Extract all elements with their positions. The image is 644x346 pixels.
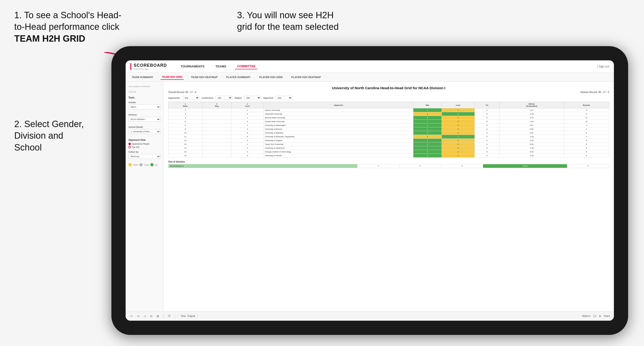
clock-btn[interactable]: ⏱ xyxy=(167,314,172,318)
sub-nav-team-h2h-heatmap[interactable]: TEAM H2H HEATMAP xyxy=(190,75,219,80)
colour-legend: Down Level Up xyxy=(128,163,160,166)
cell-rounds: 8 xyxy=(564,131,609,135)
share-btn[interactable]: Share xyxy=(604,315,610,317)
cell-loss: 0 xyxy=(442,139,474,143)
sub-nav-player-h2h-grid[interactable]: PLAYER H2H GRID xyxy=(258,75,284,80)
cell-diff: 2.29 xyxy=(500,116,564,120)
cell-conf: 1 xyxy=(231,143,264,146)
cell-tie: 0 xyxy=(474,154,500,158)
sub-nav-team-summary[interactable]: TEAM SUMMARY xyxy=(130,75,155,80)
cell-rounds: 9 xyxy=(564,146,609,150)
cell-rounds: 9 xyxy=(564,154,609,158)
layout-btn[interactable]: ⊞ xyxy=(599,315,601,317)
cell-ood-rounds: 3 xyxy=(567,164,609,168)
table-row: 15 4 Georgia Institute of Technology 6 1… xyxy=(168,150,609,154)
cell-rank: 13 xyxy=(168,143,202,146)
col-diff: Diff AvStrokes/Rnd xyxy=(500,102,564,108)
cell-rank: 12 xyxy=(168,139,202,143)
comment-btn[interactable]: 💬 xyxy=(593,315,596,317)
content-area: Last Updated: 27/03/2024 16:55:38 Team G… xyxy=(126,82,614,311)
colour-level-dot xyxy=(139,163,143,166)
nav-committee[interactable]: COMMITTEE xyxy=(235,63,258,69)
back-btn[interactable]: ◁ xyxy=(143,314,147,318)
cell-diff: -2.29 xyxy=(500,112,564,116)
cell-loss: 4 xyxy=(442,112,474,116)
cell-reg xyxy=(202,150,231,154)
table-row: 3 2 Vanderbilt University 0 4 0 -2.29 8 xyxy=(168,112,609,116)
cell-win: 6 xyxy=(413,150,442,154)
cell-rounds: 12 xyxy=(564,120,609,124)
filter-conference-select[interactable]: (All) xyxy=(216,96,232,100)
table-row: 6 2 Florida State University 1 2 0 1.83 … xyxy=(168,120,609,124)
cell-loss: 0 xyxy=(442,143,474,146)
cell-win: 1 xyxy=(413,127,442,131)
cell-conf: 2 xyxy=(231,124,264,127)
cell-ood-loss: 0 xyxy=(399,164,441,168)
nav-tournaments[interactable]: TOURNAMENTS xyxy=(179,64,206,69)
colour-level-label: Level xyxy=(144,164,148,166)
cell-tie: 0 xyxy=(474,150,500,154)
cell-diff: -1.00 xyxy=(500,146,564,150)
cell-rounds: 3 xyxy=(564,124,609,127)
filter-opponent-select[interactable]: (All) xyxy=(276,96,292,100)
col-conf: #Conf xyxy=(231,102,264,108)
sub-nav-player-h2h-heatmap[interactable]: PLAYER H2H HEATMAP xyxy=(290,75,322,80)
cell-opponent: Arizona State University xyxy=(264,116,413,120)
gender-select[interactable]: Men's xyxy=(128,105,160,109)
radio-opponents-dot xyxy=(128,143,131,145)
nav-teams[interactable]: TEAMS xyxy=(214,64,228,69)
cell-rank: 8 xyxy=(168,124,202,127)
cell-reg xyxy=(202,135,231,139)
cell-win: 1 xyxy=(413,139,442,143)
arrange-btn[interactable]: ⊞ xyxy=(156,314,160,318)
sign-out[interactable]: | Sign out xyxy=(597,65,610,68)
division-select[interactable]: NCAA Division I xyxy=(128,117,160,122)
undo-btn[interactable]: ↩ xyxy=(130,314,134,318)
cell-opponent: Georgia Institute of Technology xyxy=(264,150,413,154)
watch-btn[interactable]: Watch ▾ xyxy=(582,315,591,317)
cell-rounds: 9 xyxy=(564,143,609,146)
filter-row: Opponents: (All) Conference (All) Region… xyxy=(168,96,609,100)
logo-text: SCOREBOARD xyxy=(134,63,167,68)
cell-win: 5 xyxy=(413,116,442,120)
cell-reg xyxy=(202,154,231,158)
table-row: 4 1 Arizona State University 5 1 0 2.29 … xyxy=(168,116,609,120)
cell-loss: 2 xyxy=(442,120,474,124)
data-table: #Rank #Reg #Conf Opponent Win Loss Tie D… xyxy=(168,102,609,158)
cell-reg xyxy=(202,143,231,146)
cell-win: 1 xyxy=(413,120,442,124)
redo-btn[interactable]: ↪ xyxy=(136,314,140,318)
colour-by-select[interactable]: Win/Loss xyxy=(128,154,160,159)
sub-nav-team-h2h-grid[interactable]: TEAM H2H GRID xyxy=(160,75,184,80)
opponent-view-label: Opponent View xyxy=(128,139,160,141)
filter-opponents-select[interactable]: (All) xyxy=(183,96,199,100)
cell-division: NCAA Division II xyxy=(168,164,358,168)
logo-bar xyxy=(130,63,131,70)
radio-opponents-played[interactable]: Opponents Played xyxy=(128,143,160,145)
col-win: Win xyxy=(413,102,442,108)
opponent-view-radios: Opponents Played Top 100 xyxy=(128,143,160,148)
bottom-toolbar: ↩ ↪ ◁ ⊡ ⊞ ⏱ View: Original Watch ▾ 💬 ⊞ S… xyxy=(126,311,614,321)
top-nav: SCOREBOARD Powered by clippi TOURNAMENTS… xyxy=(126,60,614,73)
cell-loss: 0 xyxy=(442,124,474,127)
colour-up-dot xyxy=(150,163,154,166)
team-label: Team xyxy=(128,96,160,99)
crop-btn[interactable]: ⊡ xyxy=(149,314,153,318)
view-original-btn[interactable]: View: Original xyxy=(178,314,198,318)
sub-nav: TEAM SUMMARY TEAM H2H GRID TEAM H2H HEAT… xyxy=(126,73,614,82)
grid-title: University of North Carolina Head-to-Hea… xyxy=(168,86,609,90)
cell-conf: 1 xyxy=(231,108,264,112)
cell-ood-win: 1 xyxy=(358,164,400,168)
cell-win: 3 xyxy=(413,154,442,158)
out-of-division-row: NCAA Division II 1 0 0 26.00 3 xyxy=(168,164,609,168)
cell-ood-tie: 0 xyxy=(441,164,483,168)
cell-diff: -4.33 xyxy=(500,135,564,139)
cell-tie: 0 xyxy=(474,120,500,124)
school-select[interactable]: 1. University of Nort... xyxy=(128,129,160,134)
radio-top100[interactable]: Top 100 xyxy=(128,146,160,148)
table-row: 2 1 Auburn University 2 1 0 1.67 9 xyxy=(168,108,609,112)
cell-diff: -6.42 xyxy=(500,154,564,158)
cell-tie: 0 xyxy=(474,124,500,127)
sub-nav-player-summary[interactable]: PLAYER SUMMARY xyxy=(225,75,252,80)
filter-region-select[interactable]: (All) xyxy=(244,96,261,100)
